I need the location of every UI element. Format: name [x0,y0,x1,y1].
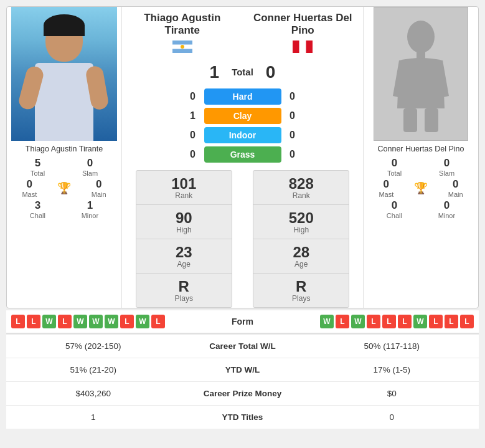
indoor-left-score: 0 [187,130,199,141]
left-form-10: L [151,315,165,328]
left-ytd-wl: 51% (21-20) [6,358,181,381]
right-player-photo [374,7,468,141]
left-form-6: W [89,315,103,328]
left-mast-label: Mast [22,191,37,198]
left-minor-value: 1 [82,199,99,212]
left-main-label: Main [92,191,106,198]
right-prize-money: $0 [305,382,479,405]
right-main-label: Main [448,191,463,198]
right-slam-label: Slam [439,169,454,177]
right-plays-value: R [296,279,306,294]
right-total-label: Total [387,169,402,177]
form-center-label: Form [181,317,305,326]
left-career-wl: 57% (202-150) [6,335,181,358]
right-high-value: 520 [289,211,314,226]
grass-row: 0 Grass 0 [187,146,299,163]
argentina-flag [172,41,192,55]
left-form-7: W [105,315,118,328]
left-age-label: Age [177,260,191,269]
svg-rect-7 [403,108,417,132]
grass-right-score: 0 [286,149,299,160]
clay-left-score: 1 [187,110,199,122]
svg-rect-8 [425,108,438,132]
left-form-badges: L L W L W W W L W L [11,315,181,328]
peru-flag [293,41,313,55]
indoor-row: 0 Indoor 0 [187,127,299,143]
right-rank-value: 828 [289,176,314,191]
right-mast-label: Mast [379,191,393,198]
hard-button[interactable]: Hard [204,88,281,105]
right-plays-label: Plays [292,294,310,303]
right-age-label: Age [294,260,308,269]
ytd-titles-row: 1 YTD Titles 0 [6,405,479,429]
bottom-stats-table: 57% (202-150) Career Total W/L 50% (117-… [6,333,479,429]
right-total-score: 0 [266,62,276,82]
hard-row: 0 Hard 0 [187,88,299,105]
left-form-3: W [42,315,56,328]
right-mast-value: 0 [379,178,393,191]
svg-point-5 [407,21,435,53]
career-wl-label: Career Total W/L [181,335,305,358]
hard-left-score: 0 [187,91,199,102]
left-rank-value: 101 [171,176,196,191]
left-player-top-name: Thiago Agustin Tirante [133,12,232,37]
indoor-button[interactable]: Indoor [204,127,281,143]
grass-button[interactable]: Grass [204,146,281,163]
right-age-value: 28 [293,245,309,260]
right-career-wl: 50% (117-118) [305,335,479,358]
left-form-4: L [58,315,72,328]
right-chall-label: Chall [387,212,402,219]
indoor-right-score: 0 [286,130,299,141]
left-high-label: High [176,226,192,234]
career-wl-row: 57% (202-150) Career Total W/L 50% (117-… [6,334,479,358]
right-form-3: W [351,315,365,328]
right-ytd-wl: 17% (1-5) [305,358,479,381]
clay-right-score: 0 [286,110,299,122]
left-chall-label: Chall [30,212,45,219]
left-high-value: 90 [176,211,192,226]
left-total-label: Total [31,169,45,177]
right-total-value: 0 [387,157,402,169]
right-player-column: Conner Huertas Del Pino 0 Total 0 Slam 0 [363,7,478,308]
right-slam-value: 0 [439,157,454,169]
svg-point-2 [181,45,184,49]
left-stats-box: 101 Rank 90 High 23 Age R Plays [136,170,232,308]
form-row: L L W L W W W L W L Form W L W L L L W L… [6,310,479,333]
right-form-9: L [445,315,458,328]
right-main-value: 0 [448,178,463,191]
right-rank-label: Rank [293,191,310,200]
right-form-7: W [413,315,427,328]
right-high-label: High [293,226,309,234]
left-total-value: 5 [31,157,45,169]
left-age-value: 23 [176,245,192,260]
right-ytd-titles: 0 [305,406,479,429]
left-minor-label: Minor [82,212,99,219]
left-slam-value: 0 [82,157,98,169]
right-player-name-below: Conner Huertas Del Pino [364,141,478,156]
left-plays-label: Plays [175,294,193,303]
center-column: Thiago Agustin Tirante Conner Huertas De… [122,7,363,308]
hard-right-score: 0 [286,91,299,102]
total-label: Total [232,67,253,77]
right-minor-label: Minor [438,212,456,219]
left-form-1: L [11,315,25,328]
left-total-score: 1 [210,62,220,82]
right-form-4: L [367,315,380,328]
ytd-wl-label: YTD W/L [181,358,305,381]
surface-buttons: 0 Hard 0 1 Clay 0 0 Indoor 0 [187,88,299,163]
left-form-2: L [27,315,40,328]
clay-row: 1 Clay 0 [187,108,299,124]
left-player-photo [11,7,117,141]
left-ytd-titles: 1 [6,406,181,429]
right-form-6: L [398,315,412,328]
left-chall-value: 3 [30,199,45,212]
grass-left-score: 0 [187,149,199,160]
right-form-8: L [429,315,443,328]
right-stats-box: 828 Rank 520 High 28 Age R Plays [253,170,349,308]
left-form-8: L [120,315,134,328]
clay-button[interactable]: Clay [204,108,281,124]
ytd-wl-row: 51% (21-20) YTD W/L 17% (1-5) [6,358,479,381]
right-mini-stats: 0 Total 0 Slam 0 Mast 🏆 0 [364,156,478,222]
right-form-10: L [460,315,474,328]
left-prize-money: $403,260 [6,382,181,405]
